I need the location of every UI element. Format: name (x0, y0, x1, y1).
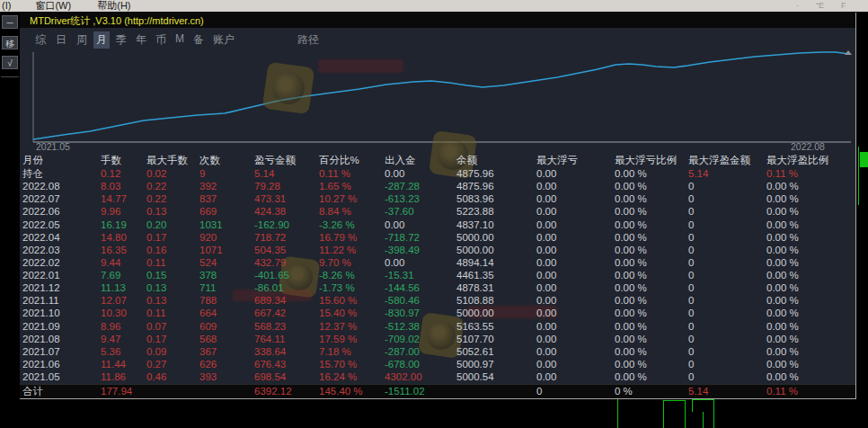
cell: 0.00 % (615, 167, 688, 180)
cell: 0.11 % (766, 385, 855, 398)
cell: -37.60 (385, 205, 456, 218)
cell: 0.00 (385, 167, 456, 180)
cell: 0.00 % (615, 218, 688, 231)
cell: 17.59 % (319, 333, 385, 345)
tab-备[interactable]: 备 (190, 31, 207, 49)
cell: 0.00 % (615, 370, 688, 383)
cell: 0.00 % (615, 256, 688, 269)
tab-币[interactable]: 币 (153, 31, 169, 49)
cell: 0.00 (385, 256, 456, 269)
cell: 0 (688, 345, 766, 358)
move-tool-button[interactable]: 移 (2, 36, 18, 49)
table-row[interactable]: 2022.0516.190.201031-162.90-3.26 %0.0048… (22, 218, 854, 231)
table-row[interactable]: 2022.0414.800.17920718.7216.79 %-718.725… (22, 231, 854, 244)
table-row[interactable]: 2021.0611.440.27626676.4315.70 %-678.005… (22, 358, 854, 370)
tab-周[interactable]: 周 (74, 31, 90, 49)
menu-item-help[interactable]: 帮助(H) (97, 0, 130, 12)
cell: 667.42 (254, 307, 319, 319)
cell: 9.70 % (319, 256, 385, 269)
table-row[interactable]: 2021.1112.070.13788689.3415.60 %-580.465… (22, 294, 854, 307)
minimize-tool-button[interactable]: ─ (2, 15, 18, 29)
cell: 2021.06 (22, 358, 101, 370)
menu-item-window[interactable]: 窗口(W) (35, 0, 71, 12)
cell: 718.72 (254, 231, 319, 244)
check-tool-button[interactable]: √ (2, 56, 18, 69)
cell: 0 (688, 294, 766, 307)
cell: 5000.54 (456, 370, 536, 383)
cell: 392 (199, 180, 254, 192)
cell: 最大浮盈比例 (766, 153, 854, 167)
cell: 0.00 % (766, 294, 854, 307)
cell: -678.00 (385, 358, 456, 370)
table-row[interactable]: 2022.029.440.11524432.799.70 %0.004894.1… (22, 256, 854, 269)
cell: -287.28 (385, 180, 456, 192)
cell: 5000.00 (456, 244, 536, 256)
bg-chart-candle (860, 152, 868, 167)
chart-scroll-arrow-icon[interactable] (845, 50, 852, 55)
cell: 378 (199, 269, 254, 281)
cell: 16.35 (101, 244, 146, 256)
cell: 0.27 (146, 358, 199, 370)
table-row[interactable]: 持仓0.120.0295.140.11 %0.004875.960.000.00… (22, 167, 854, 180)
cell: 4837.10 (456, 218, 536, 231)
cell: 0.00 (536, 358, 615, 370)
table-row[interactable]: 2022.0316.350.161071504.3511.22 %-398.49… (22, 244, 854, 256)
cell: 0.11 % (766, 167, 854, 180)
tab-季[interactable]: 季 (113, 31, 129, 49)
menu-item-partial[interactable]: (I) (2, 0, 11, 12)
table-row[interactable]: 2021.1010.300.11664667.4215.40 %-830.975… (22, 307, 854, 319)
cell: 0.00 (536, 281, 615, 294)
cell: 0.00 % (766, 192, 854, 205)
table-row[interactable]: 2021.1211.130.13711-86.01-1.73 %-144.564… (22, 281, 854, 294)
table-row[interactable]: 2021.0511.860.46393698.5416.24 %4302.005… (22, 370, 854, 383)
cell: -580.46 (385, 294, 456, 307)
tab-日[interactable]: 日 (53, 31, 69, 49)
cell: 0.00 % (615, 333, 688, 345)
cell: 0.00 (536, 294, 615, 307)
tab-账户[interactable]: 账户 (210, 31, 237, 49)
tab-综[interactable]: 综 (32, 31, 49, 49)
cell: 1071 (199, 244, 254, 256)
path-label[interactable]: 路径 (295, 31, 322, 49)
table-row[interactable]: 2022.0714.770.22837473.3110.27 %-613.235… (22, 192, 854, 205)
cell: 4302.00 (385, 370, 456, 383)
total-row-cells[interactable]: 合计177.946392.12145.40 %-1511.0200 %5.140… (20, 385, 855, 398)
cell: 0 (688, 256, 766, 269)
table-row[interactable]: 2021.089.470.17568764.1117.59 %-709.0251… (22, 333, 854, 345)
cell: 盈亏金额 (254, 153, 319, 167)
tab-年[interactable]: 年 (133, 31, 149, 49)
cell: 11.22 % (319, 244, 385, 256)
cell: 0.22 (146, 192, 199, 205)
table-row[interactable]: 2021.098.960.07609568.2312.37 %-512.3851… (22, 320, 854, 333)
table-row[interactable]: 2021.075.360.09367338.647.18 %-287.00505… (22, 345, 854, 358)
desktop: { "osbar": { "partial_left": "(I)", "ite… (0, 0, 868, 428)
cell: 0.00 (536, 269, 615, 281)
cell: 0.00 % (766, 218, 854, 231)
total-row[interactable]: 合计177.946392.12145.40 %-1511.0200 %5.140… (20, 384, 855, 398)
cell: 0.00 % (766, 281, 854, 294)
cell: 0 (688, 307, 766, 319)
window-titlebar[interactable]: MTDriver统计 ,V3.10 (http://mtdriver.cn) (20, 13, 855, 28)
cell: 0.00 % (766, 345, 854, 358)
cell: 0.17 (146, 231, 199, 244)
tab-M[interactable]: M (173, 31, 187, 46)
cell: 5.14 (254, 167, 319, 180)
tab-月[interactable]: 月 (93, 31, 110, 49)
cell: 0.17 (146, 333, 199, 345)
cell: -830.97 (385, 307, 456, 319)
cell: 15.40 % (319, 307, 385, 319)
cell: 5000.00 (456, 231, 536, 244)
watermark-logo-icon (262, 62, 315, 115)
table-row[interactable]: 2022.088.030.2239279.281.65 %-287.284875… (22, 180, 854, 192)
period-tabs-row: 综日周月季年币M备账户路径 (20, 28, 855, 49)
cell: 145.40 % (319, 385, 385, 398)
cell: 次数 (199, 153, 254, 167)
table-row[interactable]: 2022.017.690.15378-401.65-8.26 %-15.3144… (22, 269, 854, 281)
cell: 764.11 (254, 333, 319, 345)
bg-chart-bracket (663, 400, 686, 428)
cell: 0.00 % (615, 269, 688, 281)
table-row[interactable]: 2022.069.960.13669424.388.84 %-37.605223… (22, 205, 854, 218)
cell: 0.00 (536, 333, 615, 345)
cell: 2021.12 (22, 281, 101, 294)
cell: 5163.55 (456, 320, 536, 333)
